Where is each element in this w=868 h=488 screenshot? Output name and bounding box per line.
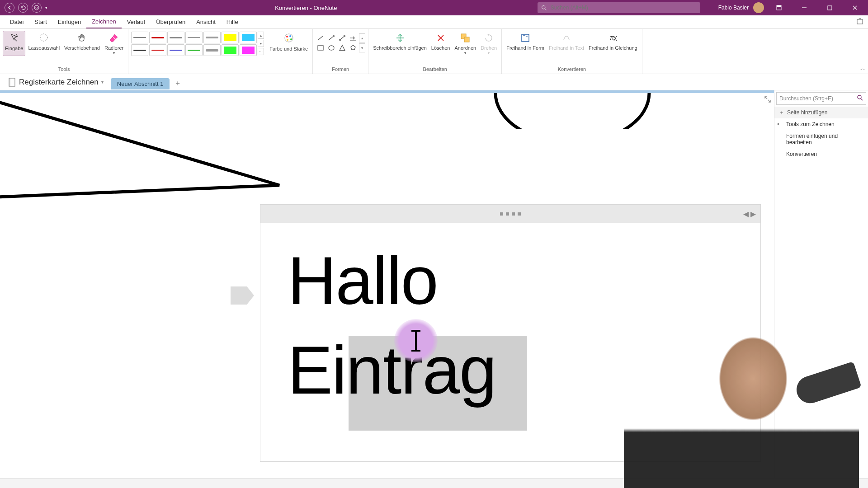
group-konvertieren-label: Konvertieren (558, 66, 586, 73)
group-formen-label: Formen (332, 66, 349, 73)
svg-point-13 (290, 38, 292, 40)
menu-ansicht[interactable]: Ansicht (191, 15, 221, 28)
tool-hand[interactable]: Verschiebehand (62, 31, 102, 56)
tool-lasso[interactable]: Lassoauswahl (26, 31, 61, 56)
collapse-pages-icon[interactable]: ◂ (777, 121, 779, 126)
shapes-gallery[interactable] (316, 33, 358, 52)
note-drag-handle[interactable]: ◂ ▸ (260, 205, 760, 223)
note-next-icon[interactable]: ▸ (750, 207, 756, 220)
insert-space-button[interactable]: Schreibbereich einfügen (371, 31, 429, 56)
tool-radierer[interactable]: Radierer▾ (103, 31, 125, 56)
workspace: ◂ ▸ Hallo Eintrag Durchsuchen (Strg+E) ＋… (0, 90, 868, 488)
search-input[interactable] (551, 5, 697, 11)
arrange-button[interactable]: Anordnen▾ (453, 31, 478, 56)
menu-verlauf[interactable]: Verlauf (122, 15, 151, 28)
pen-gallery[interactable] (131, 32, 257, 56)
section-tab[interactable]: Neuer Abschnitt 1 (111, 78, 170, 89)
menu-hilfe[interactable]: Hilfe (221, 15, 244, 28)
svg-point-12 (289, 35, 291, 37)
pen-gallery-more[interactable]: ▴▾⋯ (258, 32, 264, 55)
section-tabs: Registerkarte Zeichnen ▾ Neuer Abschnitt… (0, 74, 868, 90)
svg-point-2 (37, 7, 38, 8)
menu-bar: Datei Start Einfügen Zeichnen Verlauf Üb… (0, 15, 868, 29)
status-bar (0, 478, 868, 488)
chevron-down-icon: ▾ (101, 80, 104, 84)
svg-point-3 (542, 5, 545, 9)
notebook-dropdown[interactable]: Registerkarte Zeichnen ▾ (4, 76, 108, 89)
notebook-icon (8, 78, 16, 87)
drag-dots-icon (500, 212, 521, 216)
svg-point-1 (35, 7, 36, 8)
tool-eingabe[interactable]: AEingabe (3, 31, 25, 56)
add-section-button[interactable]: ＋ (172, 78, 183, 89)
qat-more-icon[interactable]: ▾ (45, 5, 47, 10)
svg-point-10 (285, 34, 293, 42)
svg-point-16 (329, 46, 334, 50)
undo-icon[interactable] (18, 3, 28, 13)
ribbon-display-icon[interactable] (769, 0, 789, 15)
maximize-icon[interactable] (819, 0, 840, 15)
plus-icon: ＋ (779, 109, 784, 117)
canvas[interactable]: ◂ ▸ Hallo Eintrag (0, 90, 774, 488)
svg-text:A: A (15, 33, 18, 38)
svg-rect-22 (9, 78, 10, 86)
svg-point-11 (286, 36, 288, 38)
minimize-icon[interactable] (794, 0, 815, 15)
svg-point-9 (40, 34, 47, 41)
color-thickness-button[interactable]: Farbe und Stärke (268, 32, 310, 53)
svg-rect-18 (464, 37, 469, 42)
cursor-highlight (394, 319, 438, 362)
page-item[interactable]: Tools zum Zeichnen (781, 118, 868, 130)
svg-rect-7 (857, 19, 863, 24)
note-container[interactable]: ◂ ▸ Hallo Eintrag (260, 204, 761, 462)
menu-ueberpruefen[interactable]: Überprüfen (151, 15, 191, 28)
window-title: Konvertieren - OneNote (75, 5, 538, 11)
svg-text:π: π (610, 34, 614, 41)
add-page-button[interactable]: ＋ Seite hinzufügen (774, 107, 868, 118)
avatar[interactable] (753, 2, 764, 13)
note-line-1[interactable]: Hallo (288, 245, 733, 317)
collapse-ribbon-icon[interactable]: ︿ (860, 65, 865, 72)
title-bar: ▾ Konvertieren - OneNote Fabio Basler (0, 0, 868, 15)
delete-button[interactable]: Löschen (429, 31, 452, 56)
search-box[interactable] (538, 2, 700, 13)
search-icon (541, 5, 547, 11)
svg-rect-15 (318, 46, 323, 50)
svg-rect-19 (522, 34, 529, 42)
back-icon[interactable] (5, 3, 14, 13)
menu-zeichnen[interactable]: Zeichnen (86, 15, 121, 28)
triangle-shape[interactable] (0, 95, 285, 203)
page-item[interactable]: Formen einfügen und bearbeiten (781, 130, 868, 148)
ink-to-math-button[interactable]: πFreihand in Gleichung (587, 31, 639, 52)
ink-to-shape-button[interactable]: Freihand in Form (505, 31, 546, 52)
group-tools-label: Tools (58, 66, 70, 73)
search-icon (857, 95, 863, 102)
fullscreen-icon[interactable] (764, 96, 772, 104)
note-prev-icon[interactable]: ◂ (743, 207, 749, 220)
menu-datei[interactable]: Datei (5, 15, 29, 28)
text-cursor-icon (415, 330, 417, 352)
menu-einfuegen[interactable]: Einfügen (52, 15, 86, 28)
svg-point-0 (34, 5, 39, 10)
menu-start[interactable]: Start (29, 15, 52, 28)
user-name[interactable]: Fabio Basler (718, 5, 749, 11)
share-icon[interactable] (856, 18, 868, 26)
svg-rect-5 (777, 5, 781, 7)
page-panel: Durchsuchen (Strg+E) ＋ Seite hinzufügen … (774, 90, 868, 488)
emoji-icon[interactable] (32, 3, 42, 13)
ribbon: AEingabe Lassoauswahl Verschiebehand Rad… (0, 29, 868, 74)
svg-rect-6 (828, 6, 832, 10)
svg-point-14 (287, 39, 288, 41)
page-item[interactable]: Konvertieren (781, 148, 868, 160)
ellipse-shape[interactable] (491, 93, 654, 129)
ink-to-text-button: Freihand in Text (547, 31, 586, 52)
page-search[interactable]: Durchsuchen (Strg+E) (776, 92, 866, 105)
note-line-2[interactable]: Eintrag (288, 335, 733, 406)
shapes-more[interactable]: ▴▾ (359, 33, 365, 52)
rotate-button: Drehen▾ (479, 31, 499, 56)
close-icon[interactable] (844, 0, 865, 15)
note-tag-icon[interactable] (229, 285, 256, 306)
group-bearbeiten-label: Bearbeiten (423, 66, 447, 73)
svg-point-23 (858, 95, 861, 99)
